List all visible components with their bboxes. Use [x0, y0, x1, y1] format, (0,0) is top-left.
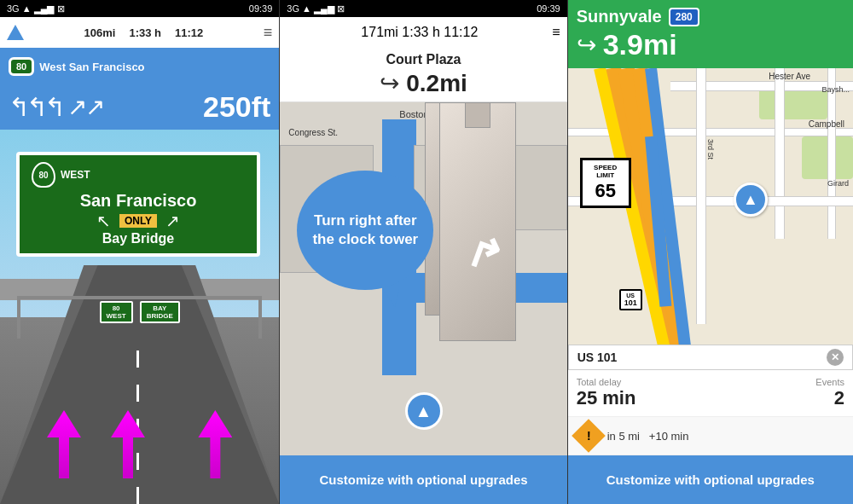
clock-tower: [439, 102, 516, 341]
menu-icon-2[interactable]: ≡: [552, 25, 560, 40]
road-view: 80 WEST San Francisco ↖ ONLY ↗ Bay Bridg…: [0, 130, 279, 504]
direction-row-2: ↪ 0.2mi: [380, 69, 467, 97]
shield-num: 80: [16, 61, 26, 72]
nav-header-3: Sunnyvale 280 ↪ 3.9mi: [568, 0, 853, 68]
sign-header: 80 WEST: [32, 162, 245, 188]
map-area-3: Campbell Hester Ave Baysh... 3rd St Gira…: [568, 68, 853, 345]
map-3d: Boston Congress St. Br... ↱ Turn right a…: [280, 102, 566, 455]
events-value: 2: [815, 387, 844, 409]
delay-section: Total delay 25 min: [577, 377, 636, 409]
warning-diamond-icon: !: [572, 419, 606, 453]
turn-right-3: ↪: [577, 31, 596, 59]
distance-stat: 106mi: [84, 26, 116, 39]
city-name: Sunnyvale: [577, 7, 662, 26]
gantry: 80WEST BAYBRIDGE: [0, 296, 279, 330]
us101-label: US 101: [577, 350, 618, 364]
shield-number: 80: [38, 171, 48, 180]
panel-1-highway: 3G ▲ ▂▄▆ ⊠ 09:39 106mi 1:33 h 11:12 ≡ 80…: [0, 0, 279, 504]
highway-101-badge: US 101: [619, 289, 642, 310]
incident-delay: +10 min: [649, 430, 689, 443]
speed-number: 65: [589, 180, 622, 202]
nav-header-1: 106mi 1:33 h 11:12 ≡: [0, 17, 279, 48]
sign-line2: Bay Bridge: [32, 231, 245, 246]
gantry-post-left: [17, 296, 20, 339]
gantry-post-right: [258, 296, 262, 339]
turn-arrows: ↰↰↰: [9, 92, 62, 122]
bubble-text: Turn right after the clock tower: [310, 211, 420, 249]
sign-bottom-row: ↖ ONLY ↗: [32, 211, 245, 231]
clock-tower-spire: [465, 102, 490, 128]
street-v-1: [775, 68, 785, 239]
route-direction: West San Francisco: [39, 61, 270, 73]
sign-shield-80: 80: [32, 162, 55, 188]
distance-large-2: 0.2mi: [406, 70, 467, 97]
status-bar-2: 3G ▲ ▂▄▆ ⊠ 09:39: [280, 0, 566, 17]
distance-feet: 250ft: [203, 90, 270, 124]
street-v-3: [696, 68, 706, 324]
signal-left: 3G ▲ ▂▄▆ ⊠: [7, 3, 65, 14]
sign-city: San Francisco: [32, 191, 245, 211]
gantry-sign-2: BAYBRIDGE: [140, 301, 180, 323]
us101-bar: US 101 ✕: [568, 345, 853, 370]
sign-only: ONLY: [119, 214, 157, 228]
time-2: 09:39: [537, 3, 560, 14]
gantry-signs: 80WEST BAYBRIDGE: [34, 301, 245, 323]
highway-num: 101: [624, 298, 637, 307]
continue-arrows: ↗↗: [67, 93, 103, 121]
warning-symbol: !: [586, 429, 590, 443]
panel-3-traffic: Sunnyvale 280 ↪ 3.9mi Campbell Hester Av…: [568, 0, 853, 504]
delay-label: Total delay: [577, 377, 636, 387]
customize-bar-3[interactable]: Customize with optional upgrades: [568, 455, 853, 504]
distance-3: 3.9mi: [603, 28, 677, 61]
nav-stats-1: 106mi 1:33 h 11:12: [84, 26, 204, 39]
eta-stat: 11:12: [175, 26, 203, 39]
time-1: 09:39: [249, 3, 273, 14]
close-button[interactable]: ✕: [827, 349, 844, 366]
traffic-info: Total delay 25 min Events 2: [568, 370, 853, 417]
direction-banner-2: Court Plaza ↪ 0.2mi: [280, 48, 566, 102]
us-text: US: [624, 293, 637, 298]
panel-2-3d-map: 3G ▲ ▂▄▆ ⊠ 09:39 171mi 1:33 h 11:12 ≡ Co…: [280, 0, 566, 504]
duration-stat-2: 1:33 h: [402, 25, 439, 39]
direction-banner-1: 80 West San Francisco: [0, 48, 279, 85]
events-section: Events 2: [815, 377, 844, 409]
customize-bar-2[interactable]: Customize with optional upgrades: [280, 455, 566, 504]
sunnyvale-row: Sunnyvale 280: [577, 7, 844, 26]
events-label: Events: [815, 377, 844, 387]
status-bar-1: 3G ▲ ▂▄▆ ⊠ 09:39: [0, 0, 279, 17]
gantry-beam: [17, 296, 262, 299]
customize-label-2: Customize with optional upgrades: [319, 472, 527, 487]
destination-name: Court Plaza: [386, 52, 461, 67]
incident-distance: in 5 mi: [607, 430, 640, 443]
gantry-sign-1: 80WEST: [100, 301, 133, 323]
speech-bubble: Turn right after the clock tower: [297, 171, 433, 290]
highway-sign: 80 WEST San Francisco ↖ ONLY ↗ Bay Bridg…: [16, 152, 260, 257]
delay-value: 25 min: [577, 387, 636, 409]
nav-triangle-icon: [7, 25, 24, 40]
eta-stat-2: 11:12: [444, 25, 478, 39]
traffic-row: Total delay 25 min Events 2: [577, 377, 844, 409]
highway-shield: 280: [669, 8, 699, 26]
distance-row-3: ↪ 3.9mi: [577, 28, 844, 61]
menu-icon-1[interactable]: ≡: [264, 25, 273, 40]
duration-stat: 1:33 h: [129, 26, 161, 39]
traffic-incident: ! in 5 mi +10 min: [568, 417, 853, 455]
nav-header-2: 171mi 1:33 h 11:12 ≡: [280, 17, 566, 48]
speed-limit-sign: SPEEDLIMIT 65: [580, 158, 631, 208]
nav-compass-2: ▲: [405, 392, 443, 430]
signal-2: 3G ▲ ▂▄▆ ⊠: [287, 3, 345, 14]
street-v-2: [827, 68, 836, 239]
incident-text: in 5 mi +10 min: [607, 430, 689, 443]
turn-right-icon: ↪: [380, 69, 399, 97]
distance-stat-2: 171mi: [361, 25, 398, 39]
speed-limit-text: SPEEDLIMIT: [589, 164, 622, 180]
customize-label-3: Customize with optional upgrades: [606, 472, 815, 487]
sign-arrow-right: ↗: [165, 211, 180, 231]
sign-arrow-left: ↖: [96, 211, 111, 231]
compass-arrow-3: ▲: [734, 182, 768, 217]
route-shield: 80: [9, 57, 34, 76]
nav-stats-2: 171mi 1:33 h 11:12: [361, 25, 478, 40]
sign-direction: WEST: [61, 169, 90, 181]
arrows-distance-banner: ↰↰↰ ↗↗ 250ft: [0, 85, 279, 130]
